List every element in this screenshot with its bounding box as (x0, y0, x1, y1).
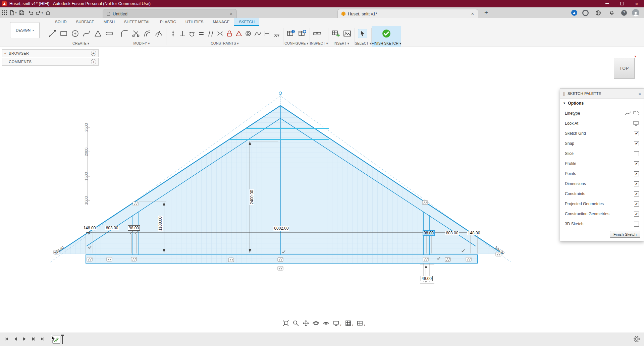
palette-option-sketch-grid[interactable]: Sketch Grid (560, 128, 644, 138)
concentric-constraint-icon[interactable] (245, 30, 252, 37)
tab-plastic[interactable]: PLASTIC (155, 18, 181, 26)
points-checkbox[interactable] (634, 171, 639, 176)
palette-option-projected-geometries[interactable]: Projected Geometries (560, 199, 644, 209)
trim-tool-icon[interactable] (131, 29, 140, 38)
tab-sketch[interactable]: SKETCH (234, 18, 259, 26)
expand-browser-icon[interactable]: + (91, 51, 96, 56)
expand-comments-icon[interactable]: + (91, 59, 96, 64)
curvature-constraint-icon[interactable] (254, 30, 261, 37)
select-tool-icon[interactable] (358, 29, 367, 38)
group-label-configure[interactable]: CONFIGURE▾ (283, 41, 310, 47)
vertical-horizontal-constraint-icon[interactable] (179, 30, 186, 37)
job-status-icon[interactable] (582, 10, 589, 16)
tab-sheet-metal[interactable]: SHEET METAL (119, 18, 155, 26)
look-at-icon[interactable] (633, 121, 639, 126)
dimension-label[interactable]: 1100.00 (158, 216, 163, 232)
maximize-button[interactable] (614, 0, 629, 7)
offset-tool-icon[interactable] (143, 29, 152, 38)
insert-feature-icon[interactable] (331, 29, 340, 38)
apex-point[interactable] (279, 92, 282, 95)
browser-panel-header[interactable]: « BROWSER + (2, 49, 99, 57)
section-expand-icon[interactable]: ▼ (563, 102, 566, 105)
group-label-insert[interactable]: INSERT▾ (328, 41, 355, 47)
group-label-create[interactable]: CREATE▾ (45, 41, 117, 47)
step-forward-icon[interactable] (31, 337, 36, 343)
help-icon[interactable]: ? (621, 10, 627, 16)
settings-gear-icon[interactable] (633, 336, 640, 344)
slot-tool-icon[interactable] (105, 29, 114, 38)
palette-option-profile[interactable]: Profile (560, 159, 644, 169)
palette-option-slice[interactable]: Slice (560, 149, 644, 159)
configure-features-icon[interactable] (298, 29, 307, 38)
palette-options-section[interactable]: ▼ Options (560, 99, 644, 108)
profile-checkbox[interactable] (634, 161, 639, 166)
palette-option-dimensions[interactable]: Dimensions (560, 179, 644, 189)
doc-tab-huset[interactable]: Huset, snitt v1* × (337, 9, 478, 18)
3d-sketch-checkbox[interactable] (634, 222, 639, 227)
group-finish-sketch[interactable]: FINISH SKETCH▾ (372, 26, 401, 47)
dimension-label[interactable]: 803.00 (105, 226, 119, 230)
finish-sketch-button[interactable]: Finish Sketch (610, 231, 640, 238)
break-tool-icon[interactable] (154, 29, 163, 38)
tab-mesh[interactable]: MESH (99, 18, 119, 26)
close-tab-icon[interactable]: × (471, 11, 475, 16)
dimension-label[interactable]: 98.00 (128, 225, 140, 231)
workspace-selector[interactable]: DESIGN▾ (10, 22, 40, 38)
model-canvas[interactable]: 148.00 803.00 98.00 6002.00 98.00 803.00… (0, 47, 644, 333)
rectangle-tool-icon[interactable] (59, 29, 68, 38)
step-back-icon[interactable] (13, 337, 18, 343)
palette-option-construction-geometries[interactable]: Construction Geometries (560, 209, 644, 219)
constraints-checkbox[interactable] (634, 191, 639, 196)
look-at-icon[interactable] (323, 320, 329, 327)
midpoint-constraint-icon[interactable] (263, 30, 271, 37)
projected-geometries-checkbox[interactable] (634, 201, 639, 207)
group-label-select[interactable]: SELECT▾ (355, 41, 371, 47)
profile-region[interactable] (55, 106, 503, 263)
finish-sketch-icon[interactable] (382, 29, 391, 38)
polygon-tool-icon[interactable] (94, 29, 102, 38)
dimension-label[interactable]: 6002.00 (273, 226, 289, 231)
palette-option-snap[interactable]: Snap (560, 138, 644, 149)
fix-constraint-icon[interactable] (273, 30, 280, 37)
tab-manage[interactable]: MANAGE (208, 18, 234, 26)
notifications-icon[interactable] (607, 8, 616, 17)
close-button[interactable]: × (629, 0, 644, 7)
save-icon[interactable] (17, 8, 26, 17)
web-icon[interactable] (594, 8, 602, 17)
measure-tool-icon[interactable] (313, 29, 322, 38)
palette-grip-icon[interactable]: ⣿ (563, 92, 566, 96)
dimension-label[interactable]: 803.00 (445, 231, 459, 235)
new-tab-icon[interactable]: + (483, 9, 489, 16)
pan-icon[interactable] (303, 320, 309, 327)
tab-utilities[interactable]: UTILITIES (181, 18, 208, 26)
redo-icon[interactable]: ▾ (35, 8, 44, 17)
user-avatar[interactable] (632, 9, 639, 16)
extensions-icon[interactable] (571, 10, 577, 16)
linetype-spline-icon[interactable] (625, 111, 631, 116)
tab-solid[interactable]: SOLID (50, 18, 71, 26)
skip-to-end-icon[interactable] (40, 337, 45, 343)
group-label-inspect[interactable]: INSPECT▾ (310, 41, 328, 47)
midplane-constraint-icon[interactable] (235, 30, 243, 37)
collapse-chevron-icon[interactable]: « (4, 51, 7, 56)
zoom-icon[interactable] (292, 320, 299, 327)
linetype-construction-icon[interactable] (633, 111, 639, 116)
dimension-label[interactable]: 2400.00 (250, 189, 254, 205)
file-menu-icon[interactable]: ▾ (9, 8, 17, 17)
palette-option-points[interactable]: Points (560, 169, 644, 179)
group-label-finish-sketch[interactable]: FINISH SKETCH▾ (372, 41, 401, 47)
dimensions-checkbox[interactable] (634, 181, 639, 186)
view-cube[interactable]: TOP (614, 58, 635, 79)
grid-settings-icon[interactable]: ▾ (345, 320, 354, 327)
sketch-grid-checkbox[interactable] (634, 131, 639, 136)
dimension-label[interactable]: 148.00 (83, 226, 97, 230)
comments-panel-header[interactable]: « COMMENTS + (2, 58, 99, 66)
close-tab-icon[interactable]: × (229, 11, 233, 16)
lock-constraint-icon[interactable] (226, 30, 233, 37)
fillet-tool-icon[interactable] (120, 29, 129, 38)
display-settings-icon[interactable]: ▾ (333, 320, 341, 327)
palette-option-constraints[interactable]: Constraints (560, 189, 644, 199)
dimension-label[interactable]: 148.00 (467, 231, 481, 235)
viewports-icon[interactable]: ▾ (357, 320, 365, 327)
home-icon[interactable] (44, 8, 52, 17)
